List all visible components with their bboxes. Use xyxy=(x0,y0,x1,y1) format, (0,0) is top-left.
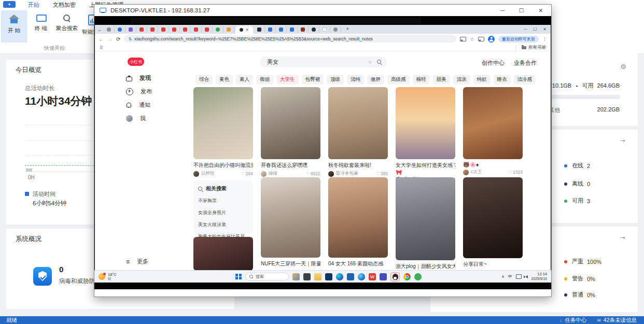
teams-icon[interactable] xyxy=(380,273,387,280)
task-center-button[interactable]: ↓ 任务中心 xyxy=(559,317,586,324)
gear-icon[interactable]: ⚙ xyxy=(620,63,626,71)
browser-tab[interactable] xyxy=(158,26,169,33)
xhs-search-input[interactable]: 美女 ✕ xyxy=(260,57,387,67)
nav-discover[interactable]: 发现 xyxy=(126,74,151,82)
browser-tab[interactable] xyxy=(223,26,234,33)
browser-tab[interactable] xyxy=(115,26,125,33)
tab-search-chevron[interactable]: ⌄ xyxy=(97,27,102,32)
apps-grid-icon[interactable]: ⠿ xyxy=(100,45,103,50)
app-icon-green[interactable] xyxy=(414,273,422,280)
nav-more[interactable]: ≡更多 xyxy=(126,258,148,265)
browser-addressbar[interactable]: ← → ⟳ ⇅ xiaohongshu.com/search_result?ke… xyxy=(95,34,551,44)
relaunch-update-button[interactable]: 重新启动即可更新 xyxy=(498,36,539,43)
speaker-icon[interactable] xyxy=(525,275,528,278)
window-minimize-button[interactable]: ─ xyxy=(500,7,504,13)
wps-icon[interactable]: W xyxy=(369,273,376,280)
note-card[interactable]: 🐻🌸♠ c大王♡1323 xyxy=(463,87,523,175)
browser-maximize-button[interactable]: ☐ xyxy=(533,27,537,32)
browser-tab[interactable] xyxy=(125,26,136,33)
chip[interactable]: 微胖 xyxy=(367,75,384,84)
chrome-icon[interactable] xyxy=(403,273,411,280)
store-icon[interactable] xyxy=(325,273,332,280)
system-tray[interactable]: ∧ 中 12:14 2025/5/10 xyxy=(501,272,551,280)
browser-tab[interactable] xyxy=(213,26,223,33)
remote-desktop-window[interactable]: DESKTOP-VLKTLE1 - 192.168.31.27 ─ ☐ ✕ ⌄ xyxy=(94,4,552,297)
browser-tab[interactable] xyxy=(191,26,202,33)
business-link[interactable]: 业务合作 xyxy=(514,59,537,67)
browser-tab[interactable] xyxy=(319,26,330,33)
chip[interactable]: 纯欲 xyxy=(473,75,491,84)
bookmarks-bar[interactable]: ⠿ | 所有书签 xyxy=(95,44,551,51)
browser-tab[interactable] xyxy=(254,26,265,33)
chip[interactable]: 综合 xyxy=(195,75,213,84)
ime-indicator[interactable]: 中 xyxy=(508,274,512,279)
active-browser-tab[interactable]: ✕ xyxy=(235,26,253,34)
note-photo[interactable] xyxy=(328,177,388,258)
cast-icon[interactable] xyxy=(460,37,466,41)
like-button[interactable]: ♡284 xyxy=(241,171,253,176)
ribbon-search-button[interactable]: 聚合搜索 xyxy=(54,10,80,43)
note-card[interactable]: 浙大plog｜甜酷少女风女大🦋读研 xyxy=(396,177,455,270)
like-button[interactable]: ♡6522 xyxy=(305,171,320,176)
browser-tab[interactable] xyxy=(136,26,147,33)
all-bookmarks-button[interactable]: 所有书签 xyxy=(522,45,546,51)
window-maximize-button[interactable]: ☐ xyxy=(519,7,524,13)
tune-icon[interactable]: ⇅ xyxy=(128,37,132,41)
app-icon[interactable] xyxy=(303,273,311,280)
taskbar-weather-widget[interactable]: 18°C 晴 xyxy=(99,273,117,280)
clear-search-icon[interactable]: ✕ xyxy=(368,60,372,65)
chip[interactable]: 顶级 xyxy=(327,75,344,84)
tray-expand-icon[interactable]: ∧ xyxy=(501,274,505,279)
browser-minimize-button[interactable]: ─ xyxy=(524,27,527,32)
browser-tab[interactable] xyxy=(202,26,213,33)
note-photo[interactable] xyxy=(396,87,455,159)
chip-active[interactable]: 大学生 xyxy=(276,75,299,84)
note-photo[interactable] xyxy=(463,87,523,159)
browser-menu-kebab-icon[interactable]: ⋮ xyxy=(542,36,547,41)
arrow-right-icon[interactable]: → xyxy=(619,135,626,144)
menu-tab-doc-encrypt[interactable]: 文档加密 xyxy=(51,1,78,9)
note-card[interactable]: NUFE大三穿搭一天｜限量版 xyxy=(261,177,320,267)
edge-icon[interactable] xyxy=(336,273,343,280)
nav-publish[interactable]: 发布 xyxy=(126,88,152,95)
remote-window-titlebar[interactable]: DESKTOP-VLKTLE1 - 192.168.31.27 ─ ☐ ✕ xyxy=(94,5,551,16)
chip[interactable]: 模特 xyxy=(413,75,430,84)
chip[interactable]: 清凉 xyxy=(453,75,470,84)
url-input[interactable]: ⇅ xiaohongshu.com/search_result?keyword=… xyxy=(124,35,456,43)
browser-tab[interactable] xyxy=(298,26,309,33)
note-card[interactable]: 女大学生如何打造美女感？干货分享 🎀 子淘同学♡52 xyxy=(396,87,455,182)
browser-icon[interactable] xyxy=(358,273,365,280)
note-card[interactable]: 开春我还这么穿嘿嘿 瞳瞳♡6522 xyxy=(261,87,320,177)
profile-avatar-icon[interactable] xyxy=(488,36,495,43)
related-search-item[interactable]: 美女火辣泳装 xyxy=(198,221,248,228)
note-photo[interactable] xyxy=(261,177,320,258)
note-photo[interactable] xyxy=(463,177,523,258)
qq-icon-active[interactable] xyxy=(390,272,400,281)
note-photo[interactable] xyxy=(193,87,253,159)
browser-tab[interactable] xyxy=(104,26,115,33)
photos-icon[interactable] xyxy=(347,273,354,280)
shield-icon[interactable] xyxy=(33,267,52,286)
note-photo[interactable] xyxy=(328,87,388,159)
app-logo-icon[interactable]: ▾ xyxy=(3,1,16,8)
like-button[interactable]: ♡385 xyxy=(375,171,388,176)
creator-center-link[interactable]: 创作中心 xyxy=(482,59,505,67)
tab-close-icon[interactable]: ✕ xyxy=(246,27,249,32)
windows-taskbar[interactable]: 18°C 晴 搜索 W xyxy=(94,270,551,283)
unread-messages-button[interactable]: ✉ 42条未读信息 xyxy=(597,317,637,324)
clock[interactable]: 12:14 2025/5/10 xyxy=(531,272,547,280)
chip[interactable]: 素人 xyxy=(236,75,253,84)
note-card[interactable]: 分享日常~ xyxy=(463,177,523,268)
chip[interactable]: 清冷感 xyxy=(514,75,536,84)
window-close-button[interactable]: ✕ xyxy=(538,7,543,13)
bookmark-star-icon[interactable]: ☆ xyxy=(470,36,474,42)
start-button[interactable] xyxy=(235,274,242,280)
new-tab-button[interactable]: ＋ xyxy=(345,25,350,32)
browser-tab[interactable] xyxy=(147,26,158,33)
widgets-icon[interactable] xyxy=(292,273,300,280)
chip[interactable]: 高级感 xyxy=(387,75,410,84)
like-button[interactable]: ♡1323 xyxy=(508,170,523,175)
chrome-browser-window[interactable]: ⌄ ✕ xyxy=(95,25,551,270)
ribbon-terminal-button[interactable]: 终 端 xyxy=(28,10,54,43)
chip[interactable]: 睡衣 xyxy=(494,75,511,84)
